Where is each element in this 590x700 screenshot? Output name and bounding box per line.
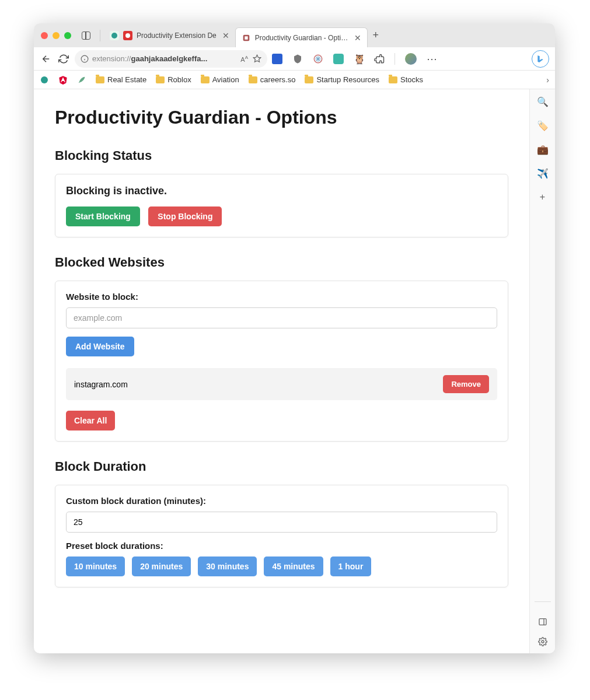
duration-card: Custom block duration (minutes): Preset …: [55, 485, 508, 587]
info-icon: [81, 55, 89, 63]
extensions-icon[interactable]: [374, 54, 385, 64]
bookmark-real-estate[interactable]: Real Estate: [96, 75, 146, 84]
status-card: Blocking is inactive. Start Blocking Sto…: [55, 174, 508, 237]
folder-icon: [389, 76, 397, 83]
close-tab-2-icon[interactable]: ✕: [354, 33, 361, 43]
bookmark-feather[interactable]: [77, 75, 86, 85]
clear-all-button[interactable]: Clear All: [66, 411, 115, 430]
website-input-label: Website to block:: [66, 292, 497, 302]
preset-duration-label: Preset block durations:: [66, 541, 497, 551]
bookmark-startup[interactable]: Startup Resources: [305, 75, 379, 84]
folder-icon: [249, 76, 257, 83]
bookmark-aviation[interactable]: Aviation: [201, 75, 239, 84]
right-sidebar: 🔍 🏷️ 💼 ✈️ +: [529, 89, 555, 653]
minimize-window-button[interactable]: [53, 32, 60, 39]
shopping-sidebar-icon[interactable]: 🏷️: [537, 120, 549, 131]
folder-icon: [305, 76, 313, 83]
preset-20-button[interactable]: 20 minutes: [132, 556, 191, 576]
status-text: Blocking is inactive.: [66, 185, 497, 197]
bookmark-careers[interactable]: careers.so: [249, 75, 296, 84]
custom-duration-input[interactable]: [66, 512, 497, 533]
ext-shield-icon[interactable]: [292, 54, 303, 64]
svg-marker-6: [253, 55, 261, 62]
tab-title-2: Productivity Guardian - Options: [255, 34, 348, 42]
browser-window: Productivity Extension De ✕ Productivity…: [34, 23, 555, 653]
add-website-button[interactable]: Add Website: [66, 337, 134, 356]
tab-bar: Productivity Extension De ✕ Productivity…: [34, 23, 555, 47]
folder-icon: [201, 76, 210, 83]
ext-bitwarden-icon[interactable]: [272, 54, 282, 64]
favorite-icon[interactable]: [253, 54, 261, 63]
close-tab-1-icon[interactable]: ✕: [222, 31, 229, 40]
preset-row: 10 minutes 20 minutes 30 minutes 45 minu…: [66, 556, 497, 576]
custom-duration-label: Custom block duration (minutes):: [66, 496, 497, 506]
stop-blocking-button[interactable]: Stop Blocking: [148, 206, 222, 226]
svg-point-11: [542, 640, 544, 643]
bookmark-angular[interactable]: [58, 75, 68, 85]
reload-button[interactable]: [57, 52, 70, 65]
recording-icon: [123, 31, 132, 40]
briefcase-sidebar-icon[interactable]: 💼: [537, 144, 549, 155]
duration-heading: Block Duration: [55, 459, 508, 474]
panel-sidebar-icon[interactable]: [538, 617, 547, 626]
settings-sidebar-icon[interactable]: [538, 637, 547, 646]
start-blocking-button[interactable]: Start Blocking: [66, 206, 140, 226]
bookmark-roblox[interactable]: Roblox: [156, 75, 191, 84]
svg-point-8: [41, 76, 48, 83]
ext-claude-icon[interactable]: [313, 54, 323, 64]
back-button[interactable]: [40, 52, 53, 65]
bookmarks-bar: Real Estate Roblox Aviation careers.so S…: [34, 71, 555, 89]
preset-45-button[interactable]: 45 minutes: [264, 556, 323, 576]
bookmark-openai[interactable]: [40, 75, 49, 85]
tab-title-1: Productivity Extension De: [137, 32, 217, 40]
page-content: Productivity Guardian - Options Blocking…: [34, 89, 529, 653]
sidebar-toggle-icon[interactable]: [82, 32, 90, 40]
blocked-heading: Blocked Websites: [55, 255, 508, 270]
blocked-card: Website to block: Add Website instagram.…: [55, 281, 508, 442]
svg-rect-9: [539, 619, 546, 625]
preset-10-button[interactable]: 10 minutes: [66, 556, 125, 576]
address-text: extension://gaahjakaadelgkeffa...: [92, 54, 207, 63]
svg-point-0: [111, 33, 117, 38]
svg-point-1: [125, 33, 130, 38]
blocked-site-row: instagram.com Remove: [66, 368, 497, 400]
bookmark-stocks[interactable]: Stocks: [389, 75, 423, 84]
status-heading: Blocking Status: [55, 148, 508, 163]
new-tab-button[interactable]: +: [368, 27, 384, 44]
folder-icon: [96, 76, 104, 83]
send-sidebar-icon[interactable]: ✈️: [537, 168, 549, 179]
folder-icon: [156, 76, 165, 83]
maximize-window-button[interactable]: [64, 32, 71, 39]
tab-favicon-1: [110, 31, 119, 40]
preset-1h-button[interactable]: 1 hour: [330, 556, 372, 576]
window-controls: [41, 32, 71, 39]
remove-site-button[interactable]: Remove: [443, 375, 489, 393]
close-window-button[interactable]: [41, 32, 48, 39]
tab-2-active[interactable]: Productivity Guardian - Options ✕: [235, 27, 368, 47]
preset-30-button[interactable]: 30 minutes: [198, 556, 257, 576]
bing-button[interactable]: [532, 50, 549, 68]
bookmarks-overflow-button[interactable]: ›: [546, 75, 549, 85]
text-size-icon[interactable]: AA: [240, 55, 248, 63]
page-title: Productivity Guardian - Options: [55, 107, 508, 128]
tab-favicon-2: [242, 33, 251, 43]
more-menu-button[interactable]: ⋯: [427, 52, 438, 65]
extension-icons: 🦉 ⋯: [272, 52, 438, 65]
add-sidebar-icon[interactable]: +: [540, 192, 545, 202]
ext-teal-icon[interactable]: [333, 54, 344, 64]
toolbar: extension://gaahjakaadelgkeffa... AA 🦉 ⋯: [34, 47, 555, 71]
profile-avatar[interactable]: [405, 53, 417, 65]
address-bar[interactable]: extension://gaahjakaadelgkeffa... AA: [75, 50, 267, 68]
search-sidebar-icon[interactable]: 🔍: [537, 96, 549, 107]
blocked-site-domain: instagram.com: [74, 380, 128, 389]
ext-owl-icon[interactable]: 🦉: [354, 54, 364, 64]
tab-1[interactable]: Productivity Extension De ✕: [104, 26, 235, 46]
website-input[interactable]: [66, 307, 497, 328]
